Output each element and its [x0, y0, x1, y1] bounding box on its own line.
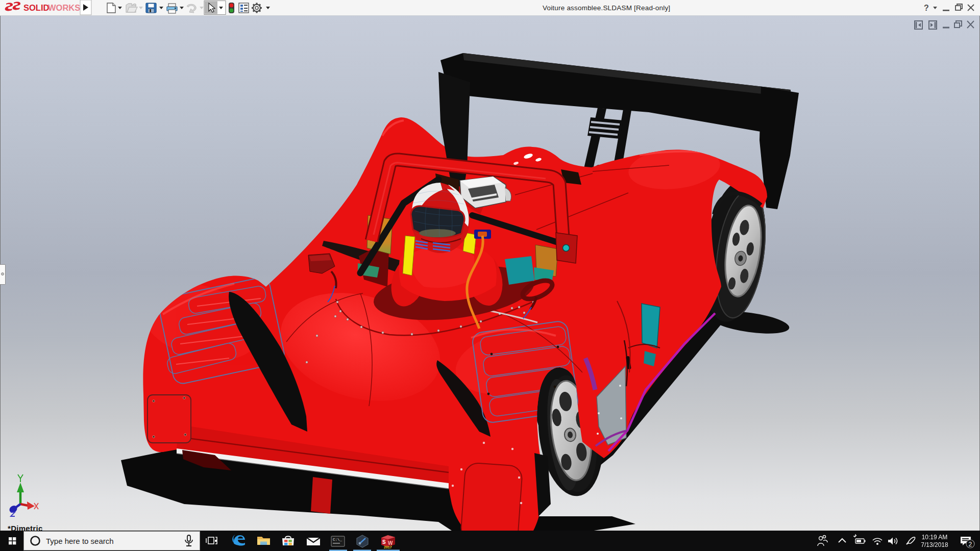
svg-text:SOLID: SOLID	[23, 3, 50, 12]
svg-text:WORKS: WORKS	[48, 3, 80, 12]
svg-text:2: 2	[969, 541, 972, 548]
svg-text:C:\_: C:\_	[333, 538, 342, 542]
svg-text:?: ?	[924, 4, 929, 12]
svg-text:2017: 2017	[384, 545, 392, 549]
svg-text:S: S	[382, 539, 386, 545]
